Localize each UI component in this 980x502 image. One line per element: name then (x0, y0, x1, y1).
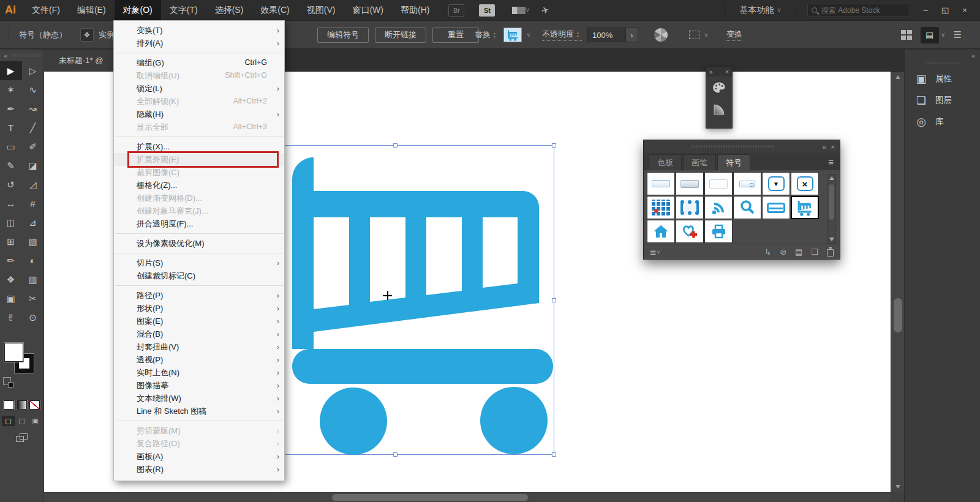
arrange-documents-icon[interactable] (512, 7, 526, 14)
chevron-down-icon[interactable]: ˅ (526, 7, 529, 13)
rotate-tool[interactable]: ↺ (0, 175, 22, 194)
dock-item-layers[interactable]: ❏ 图层 (905, 89, 980, 111)
opacity-value[interactable]: 100% (587, 28, 626, 42)
chevron-down-icon[interactable]: ˅ (941, 32, 945, 39)
grid-view-icon[interactable] (901, 30, 912, 40)
menu-item-arrange[interactable]: 排列(A)› (114, 37, 284, 50)
menu-item-live-paint[interactable]: 实时上色(N)› (114, 366, 284, 379)
symbol-tile-dropdown-button[interactable]: ▼ (762, 172, 790, 195)
scale-tool[interactable]: ◿ (22, 175, 44, 194)
screen-mode-button[interactable] (16, 433, 28, 443)
menu-item-expand[interactable]: 扩展(X)... (114, 140, 284, 153)
menubar-menu-file[interactable]: 文件(F) (23, 0, 69, 20)
scroll-up-icon[interactable] (829, 176, 834, 180)
symbol-tile-button[interactable] (676, 172, 704, 195)
tab-swatches[interactable]: 色板 (649, 154, 682, 170)
scroll-down-icon[interactable] (829, 238, 834, 241)
menu-item-path[interactable]: 路径(P)› (114, 289, 284, 302)
tab-brushes[interactable]: 画笔 (683, 154, 716, 170)
gradient-button[interactable] (17, 400, 27, 410)
rectangle-tool[interactable]: ▭ (0, 137, 22, 156)
perspective-grid-tool[interactable]: ⊿ (22, 213, 44, 232)
restore-button[interactable]: ◱ (936, 3, 954, 18)
color-panel-icon[interactable] (706, 77, 732, 99)
eraser-tool[interactable]: ◪ (22, 156, 44, 175)
menu-item-blend[interactable]: 混合(B)› (114, 328, 284, 340)
column-graph-tool[interactable]: ▥ (22, 270, 44, 289)
menu-item-make-pixel-perfect[interactable]: 设为像素级优化(M) (114, 237, 284, 250)
drag-handle[interactable] (692, 145, 774, 148)
symbol-libraries-icon[interactable]: ≣˅ (650, 247, 660, 257)
stock-search[interactable] (807, 4, 910, 17)
gradient-panel-icon[interactable] (706, 99, 732, 121)
draw-inside-button[interactable]: ▣ (29, 416, 42, 426)
menu-item-create-trim-marks[interactable]: 创建裁切标记(C) (114, 269, 284, 282)
none-button[interactable] (29, 400, 40, 410)
free-transform-tool[interactable]: # (22, 194, 44, 213)
horizontal-scrollbar[interactable] (44, 492, 891, 502)
artboard-tool[interactable]: ▣ (0, 289, 22, 308)
slice-tool[interactable]: ✂ (22, 289, 44, 308)
shaper-tool[interactable]: ✎ (0, 156, 22, 175)
menubar-menu-type[interactable]: 文字(T) (161, 0, 206, 20)
collapse-icon[interactable]: « (971, 52, 975, 59)
draw-behind-button[interactable]: ▢ (15, 416, 28, 426)
stock-icon[interactable]: St (479, 4, 495, 17)
menu-item-perspective[interactable]: 透视(P)› (114, 353, 284, 366)
search-input[interactable] (820, 6, 900, 15)
collapse-icon[interactable]: « (4, 52, 7, 59)
dock-item-libraries[interactable]: ◎ 库 (905, 111, 980, 132)
replace-symbol-swatch[interactable] (503, 28, 522, 42)
panel-menu-icon[interactable]: ≡ (828, 154, 834, 170)
symbol-tile-magnifier[interactable] (733, 196, 761, 219)
symbol-options-icon[interactable]: ▤ (795, 247, 802, 257)
hand-tool[interactable]: ✌ (0, 308, 22, 327)
menu-item-envelope-distort[interactable]: 封套扭曲(V)› (114, 340, 284, 353)
eyedropper-tool[interactable]: ✏ (0, 251, 22, 270)
selection-tool[interactable]: ▶ (0, 61, 22, 80)
panels-toggle-icon[interactable]: ▤ (921, 27, 939, 43)
type-tool[interactable]: T (0, 118, 22, 137)
symbol-tile-combo-field[interactable] (733, 172, 761, 195)
menubar-menu-object[interactable]: 对象(O) (115, 0, 161, 20)
menubar-menu-effect[interactable]: 效果(C) (252, 0, 298, 20)
color-button[interactable] (4, 400, 14, 410)
menu-item-pattern[interactable]: 图案(E)› (114, 315, 284, 328)
close-button[interactable]: × (956, 3, 974, 18)
recolor-artwork-button[interactable] (654, 21, 668, 49)
fill-swatch[interactable] (4, 343, 23, 362)
close-icon[interactable]: × (725, 69, 729, 75)
zoom-tool[interactable]: ⊙ (22, 308, 44, 327)
scroll-up-icon[interactable] (895, 75, 900, 79)
magic-wand-tool[interactable]: ✶ (0, 80, 22, 99)
opacity-stepper[interactable]: › (626, 28, 638, 42)
direct-selection-tool[interactable]: ▷ (22, 61, 44, 80)
shape-builder-tool[interactable]: ◫ (0, 213, 22, 232)
close-icon[interactable]: × (831, 143, 835, 151)
symbol-tile-calendar[interactable] (647, 196, 675, 219)
paintbrush-tool[interactable]: ✐ (22, 137, 44, 156)
edit-symbol-button[interactable]: 编辑符号 (317, 28, 369, 43)
horizontal-scroll-thumb[interactable] (332, 494, 528, 501)
width-tool[interactable]: ↔ (0, 194, 22, 213)
pen-tool[interactable]: ✒ (0, 99, 22, 118)
chevron-down-icon[interactable]: ˅ (527, 32, 530, 39)
line-segment-tool[interactable]: ╱ (22, 118, 44, 137)
collapse-icon[interactable]: « (822, 143, 826, 151)
transform-link[interactable]: 变换 (726, 21, 742, 49)
menu-item-group[interactable]: 编组(G)Ctrl+G (114, 56, 284, 69)
symbol-tile-shopping-cart[interactable] (791, 196, 819, 219)
workspace-switcher[interactable]: 基本功能 ˅ (736, 5, 785, 16)
mesh-tool[interactable]: ⊞ (0, 232, 22, 251)
new-symbol-icon[interactable]: ❏ (811, 247, 818, 257)
symbol-sprayer-tool[interactable]: ❖ (0, 270, 22, 289)
menu-item-line-sketch[interactable]: Line 和 Sketch 图稿› (114, 405, 284, 418)
menu-item-slice[interactable]: 切片(S)› (114, 257, 284, 269)
menubar-menu-window[interactable]: 窗口(W) (344, 0, 392, 20)
menu-item-graph[interactable]: 图表(R)› (114, 463, 284, 476)
rocket-icon[interactable]: ✈ (540, 4, 551, 17)
minimize-button[interactable]: – (916, 3, 935, 18)
place-symbol-instance-icon[interactable]: ↳ (764, 247, 771, 257)
symbol-tile-film[interactable] (676, 196, 704, 219)
list-view-icon[interactable]: ☰ (954, 29, 962, 40)
